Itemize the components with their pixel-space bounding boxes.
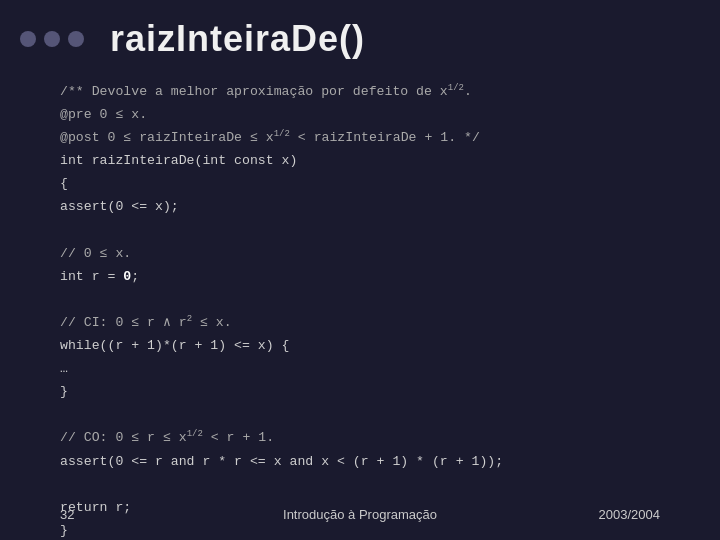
code-while: while((r + 1)*(r + 1) <= x) { <box>60 334 660 357</box>
code-ellipsis: … <box>60 357 660 380</box>
code-blank3 <box>60 403 660 426</box>
footer-year: 2003/2004 <box>599 507 660 522</box>
code-open-brace: { <box>60 172 660 195</box>
code-blank1 <box>60 219 660 242</box>
code-assert1: assert(0 <= x); <box>60 195 660 218</box>
code-block: /** Devolve a melhor aproximação por def… <box>60 80 660 540</box>
content-area: /** Devolve a melhor aproximação por def… <box>0 70 720 540</box>
code-assert2: assert(0 <= r and r * r <= x and x < (r … <box>60 450 660 473</box>
code-comment3: // CI: 0 ≤ r ∧ r2 ≤ x. <box>60 311 660 334</box>
page-number: 32 <box>60 507 74 522</box>
code-line-1: /** Devolve a melhor aproximação por def… <box>60 80 660 103</box>
code-int-r: int r = 0; <box>60 265 660 288</box>
footer-center-text: Introdução à Programação <box>283 507 437 522</box>
code-close-inner: } <box>60 380 660 403</box>
footer: 32 Introdução à Programação 2003/2004 <box>0 507 720 522</box>
code-comment4: // CO: 0 ≤ r ≤ x1/2 < r + 1. <box>60 426 660 449</box>
window-dots <box>20 31 84 47</box>
code-blank4 <box>60 473 660 496</box>
code-comment2: // 0 ≤ x. <box>60 242 660 265</box>
code-func-decl: int raizInteiraDe(int const x) <box>60 149 660 172</box>
top-bar: raizInteiraDe() <box>0 0 720 70</box>
code-blank2 <box>60 288 660 311</box>
code-line-post: @post 0 ≤ raizInteiraDe ≤ x1/2 < raizInt… <box>60 126 660 149</box>
dot-3 <box>68 31 84 47</box>
page-title: raizInteiraDe() <box>110 18 365 60</box>
dot-1 <box>20 31 36 47</box>
code-line-pre: @pre 0 ≤ x. <box>60 103 660 126</box>
dot-2 <box>44 31 60 47</box>
